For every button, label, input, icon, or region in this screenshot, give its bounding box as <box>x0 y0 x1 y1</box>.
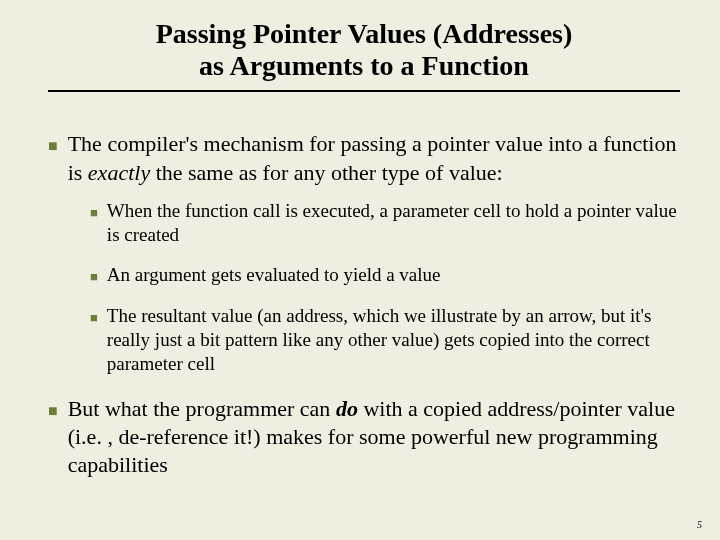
p2-part-a: But what the programmer can <box>68 396 336 421</box>
sub-bullet-list: ■ When the function call is executed, a … <box>90 199 680 377</box>
title-underline <box>48 90 680 92</box>
square-bullet-icon: ■ <box>90 205 98 222</box>
sub-bullet-3: The resultant value (an address, which w… <box>107 304 680 377</box>
bullet-level2: ■ An argument gets evaluated to yield a … <box>90 263 680 287</box>
square-bullet-icon: ■ <box>90 269 98 286</box>
page-number: 5 <box>697 519 702 530</box>
title-block: Passing Pointer Values (Addresses) as Ar… <box>54 18 674 84</box>
slide: Passing Pointer Values (Addresses) as Ar… <box>0 0 720 540</box>
p2-bold-italic: do <box>336 396 358 421</box>
bullet-level1: ■ The compiler's mechanism for passing a… <box>48 130 680 186</box>
square-bullet-icon: ■ <box>48 401 58 421</box>
square-bullet-icon: ■ <box>90 310 98 327</box>
p1-part-b: the same as for any other type of value: <box>150 160 502 185</box>
paragraph-2: But what the programmer can do with a co… <box>68 395 680 479</box>
p1-emphasis: exactly <box>88 160 150 185</box>
title-line-1: Passing Pointer Values (Addresses) <box>156 18 573 49</box>
slide-title: Passing Pointer Values (Addresses) as Ar… <box>156 18 573 84</box>
bullet-level1: ■ But what the programmer can do with a … <box>48 395 680 479</box>
sub-bullet-1: When the function call is executed, a pa… <box>107 199 680 248</box>
sub-bullet-2: An argument gets evaluated to yield a va… <box>107 263 441 287</box>
paragraph-1: The compiler's mechanism for passing a p… <box>68 130 680 186</box>
bullet-level2: ■ When the function call is executed, a … <box>90 199 680 248</box>
square-bullet-icon: ■ <box>48 136 58 156</box>
title-line-2: as Arguments to a Function <box>199 50 529 81</box>
bullet-level2: ■ The resultant value (an address, which… <box>90 304 680 377</box>
